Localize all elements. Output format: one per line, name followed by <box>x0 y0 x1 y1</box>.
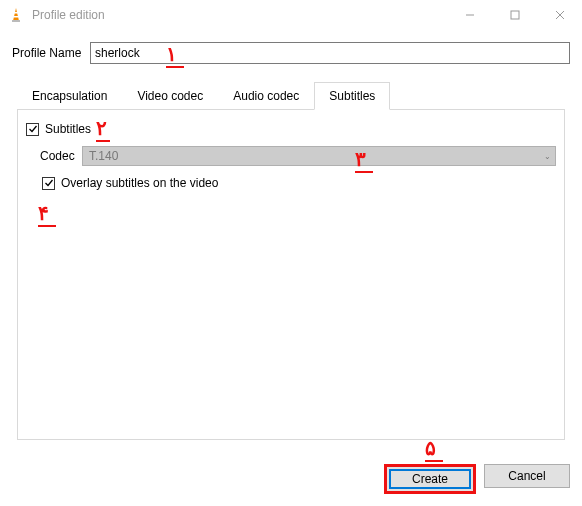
tab-video-codec[interactable]: Video codec <box>122 82 218 110</box>
subtitles-tab-content: Subtitles Codec T.140 ⌄ Overlay subtitle… <box>17 110 565 440</box>
svg-rect-5 <box>511 11 519 19</box>
svg-rect-1 <box>12 20 20 22</box>
codec-label: Codec <box>40 149 82 163</box>
create-button-highlight: Create <box>384 464 476 494</box>
tab-audio-codec[interactable]: Audio codec <box>218 82 314 110</box>
svg-marker-0 <box>13 8 19 21</box>
tab-subtitles[interactable]: Subtitles <box>314 82 390 110</box>
maximize-button[interactable] <box>492 0 537 30</box>
window-title: Profile edition <box>32 8 447 22</box>
minimize-button[interactable] <box>447 0 492 30</box>
svg-rect-3 <box>14 16 19 18</box>
overlay-checkbox[interactable] <box>42 177 55 190</box>
codec-select[interactable]: T.140 ⌄ <box>82 146 556 166</box>
create-button[interactable]: Create <box>389 469 471 489</box>
dialog-footer: Create Cancel <box>384 464 570 494</box>
chevron-down-icon: ⌄ <box>544 152 551 161</box>
svg-rect-2 <box>14 12 18 14</box>
overlay-checkbox-label: Overlay subtitles on the video <box>61 176 218 190</box>
close-button[interactable] <box>537 0 582 30</box>
profile-name-input[interactable] <box>90 42 570 64</box>
subtitles-checkbox-label: Subtitles <box>45 122 91 136</box>
annotation-5: ۵ <box>425 438 443 462</box>
subtitles-checkbox[interactable] <box>26 123 39 136</box>
tab-bar: Encapsulation Video codec Audio codec Su… <box>17 82 565 110</box>
profile-name-label: Profile Name <box>12 46 90 60</box>
cancel-button[interactable]: Cancel <box>484 464 570 488</box>
tab-encapsulation[interactable]: Encapsulation <box>17 82 122 110</box>
titlebar: Profile edition <box>0 0 582 30</box>
vlc-cone-icon <box>8 7 24 23</box>
codec-select-value: T.140 <box>89 149 118 163</box>
